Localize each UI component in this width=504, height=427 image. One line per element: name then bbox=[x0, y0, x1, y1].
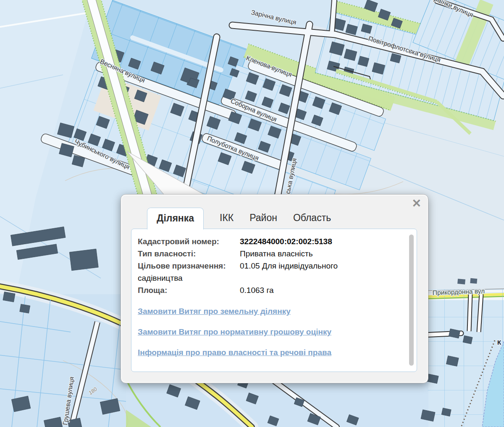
popup-tabs: Ділянка ІКК Район Область bbox=[121, 206, 428, 229]
cadastral-map-app: Зарічна вулиця Українки вулиця Повітрофл… bbox=[0, 0, 504, 427]
parcel-info-popup: ✕ Ділянка ІКК Район Область Кадастровий … bbox=[121, 194, 428, 383]
tab-ikk[interactable]: ІКК bbox=[220, 212, 234, 229]
scrollbar-thumb[interactable] bbox=[409, 235, 414, 366]
popup-links: Замовити Витяг про земельну ділянку Замо… bbox=[138, 307, 397, 357]
field-area: Площа:0.1063 га bbox=[138, 284, 397, 296]
tab-raion[interactable]: Район bbox=[249, 212, 277, 229]
close-icon[interactable]: ✕ bbox=[412, 198, 421, 209]
field-cadastral-number: Кадастровий номер:3222484000:02:002:5138 bbox=[138, 235, 397, 248]
parcel-details-panel: Кадастровий номер:3222484000:02:002:5138… bbox=[131, 229, 417, 372]
tab-oblast[interactable]: Область bbox=[293, 212, 331, 229]
tab-dilyanka[interactable]: Ділянка bbox=[147, 208, 204, 229]
field-purpose: Цільове призначення:01.05 Для індивідуал… bbox=[138, 260, 397, 272]
link-order-extract-valuation[interactable]: Замовити Витяг про нормативну грошову оц… bbox=[138, 327, 397, 337]
link-ownership-info[interactable]: Інформація про право власності та речові… bbox=[138, 348, 397, 357]
field-ownership-type: Тип власності:Приватна власність bbox=[138, 248, 397, 260]
edge-letter-label: К bbox=[497, 339, 501, 346]
field-purpose-wrap: садівництва bbox=[138, 272, 397, 284]
link-order-extract-parcel[interactable]: Замовити Витяг про земельну ділянку bbox=[138, 307, 397, 316]
